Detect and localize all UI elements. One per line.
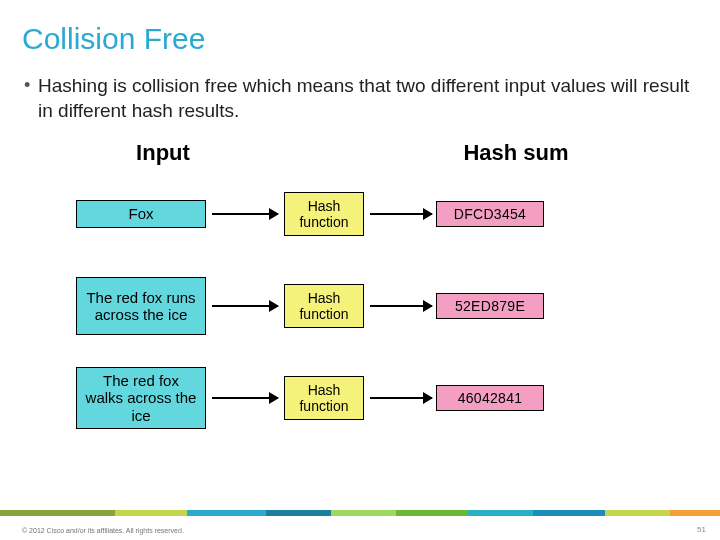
input-box: Fox xyxy=(76,200,206,227)
arrow-icon xyxy=(212,213,278,215)
arrow-icon xyxy=(212,305,278,307)
input-box: The red fox walks across the ice xyxy=(76,367,206,429)
arrow-icon xyxy=(370,397,432,399)
slide-title: Collision Free xyxy=(22,22,205,56)
page-number: 51 xyxy=(697,525,706,534)
hash-output-box: 52ED879E xyxy=(436,293,544,319)
header-hash-sum: Hash sum xyxy=(416,140,616,166)
input-box: The red fox runs across the ice xyxy=(76,277,206,335)
bullet-list: • Hashing is collision free which means … xyxy=(24,74,692,123)
bullet-dot-icon: • xyxy=(24,74,38,97)
footer-color-bar xyxy=(0,510,720,516)
hash-output-box: 46042841 xyxy=(436,385,544,411)
function-box: Hash function xyxy=(284,192,364,236)
arrow-icon xyxy=(212,397,278,399)
header-spacer xyxy=(252,140,416,166)
arrow-icon xyxy=(370,305,432,307)
hash-diagram: Input Hash sum Fox Hash function DFCD345… xyxy=(74,140,694,454)
diagram-row: Fox Hash function DFCD3454 xyxy=(74,178,694,250)
diagram-row: The red fox walks across the ice Hash fu… xyxy=(74,362,694,434)
bullet-text: Hashing is collision free which means th… xyxy=(38,74,692,123)
function-box: Hash function xyxy=(284,376,364,420)
bullet-item: • Hashing is collision free which means … xyxy=(24,74,692,123)
arrow-icon xyxy=(370,213,432,215)
footer-copyright: © 2012 Cisco and/or its affiliates. All … xyxy=(22,527,184,534)
diagram-headers: Input Hash sum xyxy=(74,140,694,166)
header-input: Input xyxy=(74,140,252,166)
hash-output-box: DFCD3454 xyxy=(436,201,544,227)
slide: Collision Free • Hashing is collision fr… xyxy=(0,0,720,540)
diagram-row: The red fox runs across the ice Hash fun… xyxy=(74,270,694,342)
function-box: Hash function xyxy=(284,284,364,328)
